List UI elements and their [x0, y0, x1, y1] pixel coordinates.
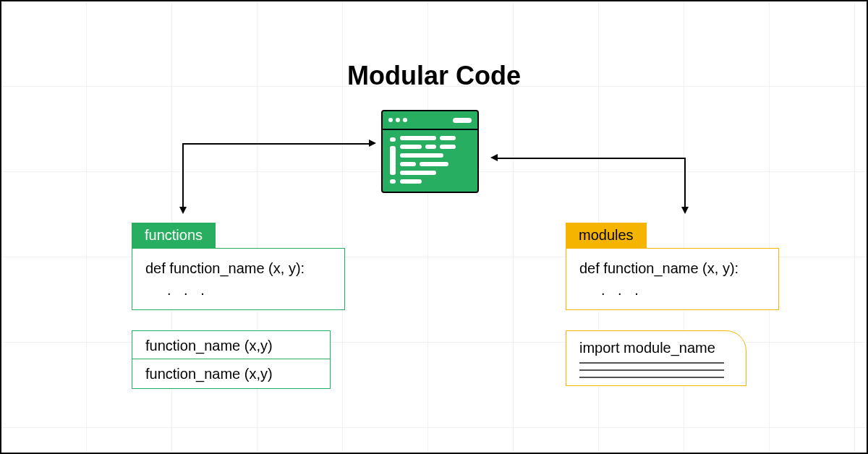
code-line: function_name (x,y) — [145, 338, 273, 354]
code-line-icon — [400, 136, 436, 140]
underline-icon — [579, 377, 724, 378]
arrow-segment — [182, 143, 184, 208]
arrow-head-icon — [179, 207, 187, 214]
arrow-head-icon — [681, 207, 689, 214]
code-line: . . . — [145, 279, 331, 301]
code-line: import module_name — [579, 340, 733, 356]
modules-def-box: def function_name (x, y): . . . — [566, 248, 779, 310]
modules-import-card: import module_name — [566, 330, 746, 386]
window-dot-icon — [388, 118, 393, 122]
code-line-icon — [400, 153, 443, 158]
arrow-segment — [182, 143, 370, 145]
arrow-head-icon — [490, 154, 498, 161]
code-line: def function_name (x, y): — [579, 257, 765, 279]
underline-icon — [579, 362, 724, 364]
arrow-segment — [684, 158, 686, 208]
arrow-head-icon — [369, 140, 376, 147]
terminal-titlebar — [383, 111, 477, 130]
functions-call-box-1: function_name (x,y) — [132, 330, 331, 361]
code-line: function_name (x,y) — [145, 366, 273, 382]
modules-tab: modules — [566, 223, 647, 248]
window-pill-icon — [453, 118, 472, 123]
code-line: def function_name (x, y): — [145, 257, 331, 279]
code-line-icon — [400, 179, 422, 184]
code-line-icon — [420, 162, 448, 166]
window-dot-icon — [403, 118, 407, 122]
code-line-icon — [425, 145, 436, 149]
code-gutter-icon — [390, 179, 396, 184]
code-line-icon — [440, 145, 456, 149]
terminal-icon — [381, 110, 479, 193]
code-gutter-icon — [390, 146, 396, 175]
terminal-body — [383, 130, 477, 189]
underline-icon — [579, 369, 724, 371]
code-line-icon — [400, 171, 436, 175]
code-line-icon — [400, 145, 422, 149]
diagram-canvas: Modular Code — [0, 0, 868, 454]
functions-call-box-2: function_name (x,y) — [132, 359, 331, 389]
diagram-title: Modular Code — [1, 61, 867, 91]
code-line: . . . — [579, 279, 765, 301]
window-dot-icon — [396, 118, 400, 122]
code-line-icon — [440, 136, 456, 140]
functions-tab: functions — [132, 223, 216, 248]
arrow-segment — [498, 158, 686, 159]
functions-def-box: def function_name (x, y): . . . — [132, 248, 345, 310]
code-line-icon — [400, 162, 416, 166]
code-gutter-icon — [390, 137, 396, 142]
